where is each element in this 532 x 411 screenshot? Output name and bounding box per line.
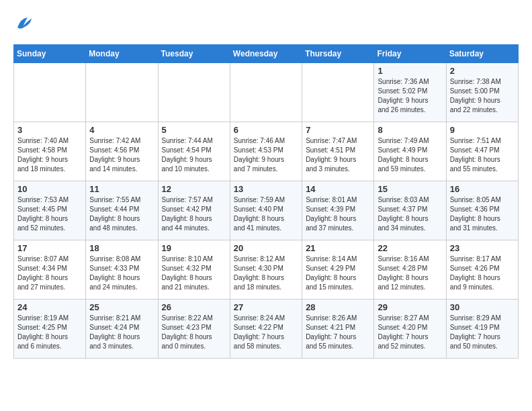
day-number: 17 <box>17 243 82 253</box>
day-cell: 5Sunrise: 7:44 AM Sunset: 4:54 PM Daylig… <box>158 122 230 181</box>
day-info: Sunrise: 7:59 AM Sunset: 4:40 PM Dayligh… <box>234 195 298 233</box>
day-number: 8 <box>378 125 442 135</box>
day-number: 10 <box>17 184 82 194</box>
day-cell: 17Sunrise: 8:07 AM Sunset: 4:34 PM Dayli… <box>14 240 86 300</box>
header-wednesday: Wednesday <box>230 45 302 63</box>
day-number: 1 <box>378 66 442 76</box>
day-cell: 9Sunrise: 7:51 AM Sunset: 4:47 PM Daylig… <box>446 122 518 181</box>
day-cell <box>302 63 374 122</box>
day-info: Sunrise: 8:26 AM Sunset: 4:21 PM Dayligh… <box>306 314 370 351</box>
day-cell <box>86 63 158 122</box>
day-cell: 13Sunrise: 7:59 AM Sunset: 4:40 PM Dayli… <box>230 181 302 240</box>
day-number: 29 <box>378 302 442 312</box>
day-info: Sunrise: 8:07 AM Sunset: 4:34 PM Dayligh… <box>17 255 82 292</box>
calendar-table: SundayMondayTuesdayWednesdayThursdayFrid… <box>13 44 519 359</box>
day-info: Sunrise: 8:08 AM Sunset: 4:33 PM Dayligh… <box>89 255 154 292</box>
day-info: Sunrise: 7:55 AM Sunset: 4:44 PM Dayligh… <box>89 195 154 233</box>
day-cell: 21Sunrise: 8:14 AM Sunset: 4:29 PM Dayli… <box>302 240 374 300</box>
day-cell: 11Sunrise: 7:55 AM Sunset: 4:44 PM Dayli… <box>86 181 158 240</box>
day-info: Sunrise: 8:27 AM Sunset: 4:20 PM Dayligh… <box>378 314 442 351</box>
day-number: 25 <box>89 302 154 312</box>
day-number: 28 <box>306 302 370 312</box>
day-number: 5 <box>162 125 226 135</box>
header-thursday: Thursday <box>302 45 374 63</box>
day-number: 9 <box>450 125 515 135</box>
day-info: Sunrise: 7:42 AM Sunset: 4:56 PM Dayligh… <box>89 136 154 174</box>
day-cell: 7Sunrise: 7:47 AM Sunset: 4:51 PM Daylig… <box>302 122 374 181</box>
day-number: 11 <box>89 184 154 194</box>
day-info: Sunrise: 7:49 AM Sunset: 4:49 PM Dayligh… <box>378 136 442 174</box>
day-cell: 14Sunrise: 8:01 AM Sunset: 4:39 PM Dayli… <box>302 181 374 240</box>
week-row-4: 24Sunrise: 8:19 AM Sunset: 4:25 PM Dayli… <box>14 300 519 359</box>
day-number: 14 <box>306 184 370 194</box>
header-monday: Monday <box>86 45 158 63</box>
day-cell: 18Sunrise: 8:08 AM Sunset: 4:33 PM Dayli… <box>86 240 158 300</box>
header-saturday: Saturday <box>446 45 518 63</box>
day-info: Sunrise: 8:16 AM Sunset: 4:28 PM Dayligh… <box>378 255 442 292</box>
day-cell: 22Sunrise: 8:16 AM Sunset: 4:28 PM Dayli… <box>374 240 446 300</box>
day-number: 3 <box>17 125 82 135</box>
header-friday: Friday <box>374 45 446 63</box>
day-info: Sunrise: 8:21 AM Sunset: 4:24 PM Dayligh… <box>89 314 154 351</box>
day-number: 21 <box>306 243 370 253</box>
day-info: Sunrise: 8:10 AM Sunset: 4:32 PM Dayligh… <box>162 255 226 292</box>
day-cell: 12Sunrise: 7:57 AM Sunset: 4:42 PM Dayli… <box>158 181 230 240</box>
day-number: 7 <box>306 125 370 135</box>
day-info: Sunrise: 7:51 AM Sunset: 4:47 PM Dayligh… <box>450 136 515 174</box>
logo-icon <box>13 13 34 34</box>
day-cell: 3Sunrise: 7:40 AM Sunset: 4:58 PM Daylig… <box>14 122 86 181</box>
day-info: Sunrise: 7:36 AM Sunset: 5:02 PM Dayligh… <box>378 77 442 115</box>
day-cell: 6Sunrise: 7:46 AM Sunset: 4:53 PM Daylig… <box>230 122 302 181</box>
day-number: 4 <box>89 125 154 135</box>
header-tuesday: Tuesday <box>158 45 230 63</box>
day-cell: 4Sunrise: 7:42 AM Sunset: 4:56 PM Daylig… <box>86 122 158 181</box>
day-info: Sunrise: 8:03 AM Sunset: 4:37 PM Dayligh… <box>378 195 442 233</box>
week-row-2: 10Sunrise: 7:53 AM Sunset: 4:45 PM Dayli… <box>14 181 519 240</box>
week-row-3: 17Sunrise: 8:07 AM Sunset: 4:34 PM Dayli… <box>14 240 519 300</box>
day-number: 15 <box>378 184 442 194</box>
day-cell: 15Sunrise: 8:03 AM Sunset: 4:37 PM Dayli… <box>374 181 446 240</box>
day-cell: 2Sunrise: 7:38 AM Sunset: 5:00 PM Daylig… <box>446 63 518 122</box>
day-number: 30 <box>450 302 515 312</box>
day-number: 16 <box>450 184 515 194</box>
day-info: Sunrise: 8:12 AM Sunset: 4:30 PM Dayligh… <box>234 255 298 292</box>
day-number: 26 <box>162 302 226 312</box>
day-info: Sunrise: 8:19 AM Sunset: 4:25 PM Dayligh… <box>17 314 82 351</box>
week-row-1: 3Sunrise: 7:40 AM Sunset: 4:58 PM Daylig… <box>14 122 519 181</box>
week-row-0: 1Sunrise: 7:36 AM Sunset: 5:02 PM Daylig… <box>14 63 519 122</box>
day-number: 20 <box>234 243 298 253</box>
day-number: 18 <box>89 243 154 253</box>
header-sunday: Sunday <box>14 45 86 63</box>
day-info: Sunrise: 8:24 AM Sunset: 4:22 PM Dayligh… <box>234 314 298 351</box>
day-info: Sunrise: 7:46 AM Sunset: 4:53 PM Dayligh… <box>234 136 298 174</box>
day-info: Sunrise: 7:40 AM Sunset: 4:58 PM Dayligh… <box>17 136 82 174</box>
day-number: 24 <box>17 302 82 312</box>
day-cell: 20Sunrise: 8:12 AM Sunset: 4:30 PM Dayli… <box>230 240 302 300</box>
day-number: 13 <box>234 184 298 194</box>
day-number: 27 <box>234 302 298 312</box>
day-cell: 8Sunrise: 7:49 AM Sunset: 4:49 PM Daylig… <box>374 122 446 181</box>
day-cell: 29Sunrise: 8:27 AM Sunset: 4:20 PM Dayli… <box>374 300 446 359</box>
day-number: 2 <box>450 66 515 76</box>
day-number: 23 <box>450 243 515 253</box>
day-cell: 26Sunrise: 8:22 AM Sunset: 4:23 PM Dayli… <box>158 300 230 359</box>
day-cell: 30Sunrise: 8:29 AM Sunset: 4:19 PM Dayli… <box>446 300 518 359</box>
day-info: Sunrise: 7:57 AM Sunset: 4:42 PM Dayligh… <box>162 195 226 233</box>
day-info: Sunrise: 8:05 AM Sunset: 4:36 PM Dayligh… <box>450 195 515 233</box>
day-info: Sunrise: 7:38 AM Sunset: 5:00 PM Dayligh… <box>450 77 515 115</box>
day-info: Sunrise: 8:14 AM Sunset: 4:29 PM Dayligh… <box>306 255 370 292</box>
day-number: 12 <box>162 184 226 194</box>
day-info: Sunrise: 7:53 AM Sunset: 4:45 PM Dayligh… <box>17 195 82 233</box>
day-cell: 10Sunrise: 7:53 AM Sunset: 4:45 PM Dayli… <box>14 181 86 240</box>
day-cell: 23Sunrise: 8:17 AM Sunset: 4:26 PM Dayli… <box>446 240 518 300</box>
page-header <box>13 13 519 34</box>
day-info: Sunrise: 8:29 AM Sunset: 4:19 PM Dayligh… <box>450 314 515 351</box>
day-info: Sunrise: 8:01 AM Sunset: 4:39 PM Dayligh… <box>306 195 370 233</box>
day-number: 22 <box>378 243 442 253</box>
day-info: Sunrise: 8:22 AM Sunset: 4:23 PM Dayligh… <box>162 314 226 351</box>
day-cell: 24Sunrise: 8:19 AM Sunset: 4:25 PM Dayli… <box>14 300 86 359</box>
day-number: 6 <box>234 125 298 135</box>
day-cell <box>230 63 302 122</box>
day-cell: 28Sunrise: 8:26 AM Sunset: 4:21 PM Dayli… <box>302 300 374 359</box>
day-cell: 27Sunrise: 8:24 AM Sunset: 4:22 PM Dayli… <box>230 300 302 359</box>
